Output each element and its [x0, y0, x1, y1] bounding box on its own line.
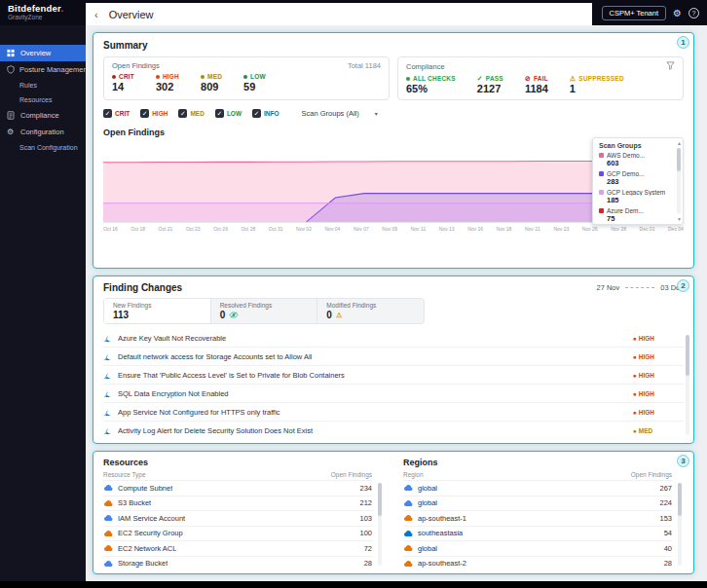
region-name: ap-southeast-2: [418, 559, 466, 568]
open-findings-panel-title: Open Findings: [112, 61, 160, 70]
sidebar-item-resources[interactable]: Resources: [0, 92, 86, 107]
stat-suppressed: ⚠SUPPRESSED 1: [570, 75, 624, 94]
legend-item[interactable]: AWS Demo... 603: [599, 152, 671, 167]
sidebar-item-scan-configuration[interactable]: Scan Configuration: [0, 140, 86, 155]
table-row[interactable]: Storage Bucket 28: [103, 556, 372, 571]
scrollbar-thumb[interactable]: [686, 335, 689, 376]
tour-step-badge[interactable]: 3: [677, 455, 689, 467]
tenant-selector-button[interactable]: CSPM+ Tenant: [602, 6, 667, 20]
resources-scrollbar[interactable]: [378, 483, 382, 566]
x-axis-label: Nov 07: [354, 226, 369, 232]
provider-cloud-icon: [103, 560, 113, 568]
finding-row[interactable]: Default network access for Storage Accou…: [103, 348, 684, 366]
table-row[interactable]: global 40: [403, 540, 672, 556]
resource-name: EC2 Network ACL: [118, 544, 176, 553]
region-name: global: [418, 484, 437, 493]
finding-row[interactable]: SQL Data Encryption Not Enabled ● HIGH: [103, 385, 684, 403]
stat-value: 809: [201, 81, 222, 92]
table-row[interactable]: EC2 Network ACL 72: [103, 540, 372, 556]
finding-row[interactable]: Ensure That 'Public Access Level' is Set…: [103, 366, 684, 385]
filter-crit[interactable]: ✓CRIT: [103, 109, 130, 118]
table-row[interactable]: global 224: [403, 496, 672, 511]
stat-value: 65%: [406, 83, 456, 94]
severity-badge: ● HIGH: [633, 335, 674, 342]
tour-step-badge[interactable]: 1: [677, 36, 689, 49]
legend-title: Scan Groups: [599, 142, 671, 149]
x-axis-label: Nov 13: [439, 226, 455, 232]
table-header: Resource TypeOpen Findings: [103, 471, 372, 480]
sidebar-item-rules[interactable]: Rules: [0, 78, 86, 92]
sidebar-collapse-button[interactable]: ‹: [92, 9, 101, 20]
x-axis-label: Oct 21: [159, 226, 173, 232]
regions-scrollbar[interactable]: [678, 483, 682, 566]
resource-name: EC2 Security Group: [118, 529, 183, 537]
sidebar-item-overview[interactable]: Overview: [0, 45, 86, 61]
checkbox-checked[interactable]: ✓: [103, 109, 112, 118]
filter-med[interactable]: ✓MED: [178, 109, 204, 118]
x-axis-label: Nov 18: [497, 226, 512, 232]
summary-panels: Open Findings Total 1184 CRIT 14 HIGH 30…: [103, 56, 684, 100]
azure-icon: [103, 371, 112, 380]
checkbox-checked[interactable]: ✓: [140, 109, 149, 118]
finding-changes-card: 2 Finding Changes 27 Nov 03 Dec New Find…: [93, 276, 694, 444]
severity-badge: ● HIGH: [633, 353, 674, 360]
azure-icon: [103, 334, 112, 343]
gear-icon: ⚙: [7, 128, 16, 136]
tour-step-badge[interactable]: 2: [677, 279, 689, 292]
x-axis-label: Oct 16: [103, 226, 118, 232]
scroll-up-icon[interactable]: ▲: [677, 140, 682, 146]
scrollbar-thumb[interactable]: [677, 148, 681, 171]
series-swatch-icon: [599, 208, 604, 213]
settings-gear-icon[interactable]: ⚙: [673, 8, 682, 18]
checkbox-checked[interactable]: ✓: [178, 109, 187, 118]
tab-resolved-findings[interactable]: Resolved Findings 0: [211, 299, 318, 323]
sidebar-item-label: Rules: [19, 82, 37, 89]
table-row[interactable]: global 267: [403, 480, 672, 496]
table-row[interactable]: IAM Service Account 103: [103, 510, 372, 526]
finding-title: Default network access for Storage Accou…: [118, 352, 627, 361]
checkbox-checked[interactable]: ✓: [215, 109, 224, 118]
table-row[interactable]: ap-southeast-2 28: [403, 556, 672, 571]
table-row[interactable]: EC2 Security Group 100: [103, 526, 372, 541]
stat-value: 302: [156, 81, 179, 92]
legend-item[interactable]: GCP Legacy System 185: [599, 189, 671, 204]
filter-high[interactable]: ✓HIGH: [140, 109, 167, 118]
sidebar-item-configuration[interactable]: ⚙ Configuration: [0, 124, 86, 140]
table-row[interactable]: S3 Bucket 212: [103, 496, 372, 511]
legend-scrollbar[interactable]: [677, 148, 681, 214]
filter-info[interactable]: ✓INFO: [252, 109, 279, 118]
findings-scrollbar[interactable]: [686, 335, 689, 435]
scrollbar-thumb[interactable]: [378, 483, 382, 516]
scan-groups-dropdown[interactable]: Scan Groups (All)▾: [302, 109, 378, 118]
date-range-picker[interactable]: 27 Nov 03 Dec: [596, 283, 684, 292]
finding-row[interactable]: Activity Log Alert for Delete Security S…: [103, 422, 684, 440]
scroll-down-icon[interactable]: ▼: [677, 216, 682, 222]
finding-row[interactable]: Azure Key Vault Not Recoverable ● HIGH: [103, 329, 684, 348]
open-findings-count: 40: [664, 544, 672, 553]
scrollbar-thumb[interactable]: [678, 483, 682, 516]
filter-low[interactable]: ✓LOW: [215, 109, 242, 118]
help-icon[interactable]: ?: [688, 8, 699, 18]
low-dot-icon: [243, 75, 247, 79]
x-axis-label: Nov 21: [525, 226, 540, 232]
x-axis-label: Oct 18: [130, 226, 145, 232]
sidebar-item-compliance[interactable]: Compliance: [0, 107, 86, 124]
findings-list: Azure Key Vault Not Recoverable ● HIGH D…: [103, 329, 684, 440]
stat-value: 2127: [477, 83, 503, 94]
tab-new-findings[interactable]: New Findings 113: [104, 299, 211, 323]
stat-pass: ✓PASS 2127: [477, 75, 503, 94]
tab-modified-findings[interactable]: Modified Findings 0⚠: [317, 299, 424, 323]
provider-cloud-icon: [103, 530, 113, 537]
x-axis-labels: Oct 16Oct 18Oct 21Oct 23Oct 26Oct 28Oct …: [103, 226, 684, 232]
table-row[interactable]: Compute Subnet 234: [103, 480, 372, 496]
legend-item[interactable]: Azure Dem... 75: [599, 207, 671, 223]
checkbox-checked[interactable]: ✓: [252, 109, 261, 118]
sidebar-item-posture-management[interactable]: Posture Management: [0, 61, 86, 78]
finding-row[interactable]: App Service Not Configured for HTTPS onl…: [103, 403, 684, 422]
series-value: 603: [607, 159, 671, 167]
filter-funnel-icon[interactable]: [666, 61, 675, 72]
azure-icon: [103, 389, 112, 398]
legend-item[interactable]: GCP Demo... 283: [599, 170, 671, 186]
table-row[interactable]: ap-southeast-1 153: [403, 510, 672, 526]
table-row[interactable]: southeastasia 54: [403, 526, 672, 541]
